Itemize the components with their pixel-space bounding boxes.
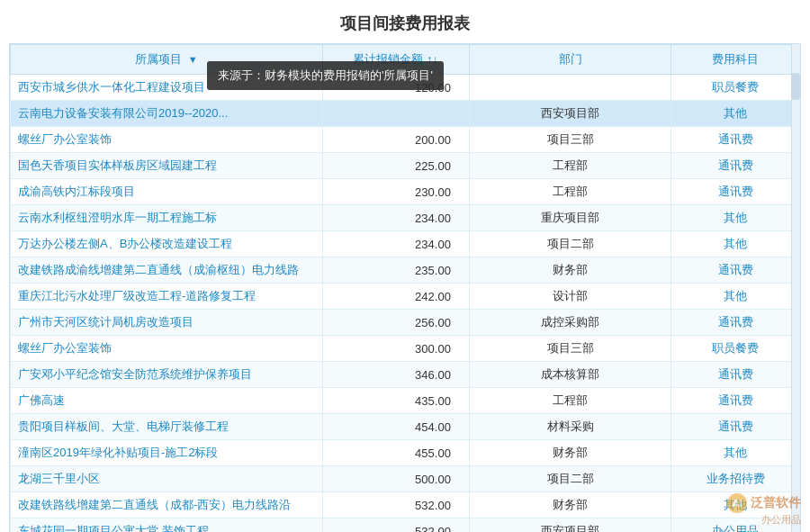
cell-category: 职员餐费	[671, 336, 800, 362]
cell-amount: 120.00	[322, 75, 469, 101]
cell-department: 重庆项目部	[469, 205, 670, 231]
cell-category: 通讯费	[671, 414, 800, 440]
cell-department: 工程部	[469, 179, 670, 205]
cell-department: 财务部	[469, 440, 670, 466]
cell-category: 通讯费	[671, 179, 800, 205]
cell-category: 业务招待费	[671, 466, 800, 492]
cell-category: 其他	[671, 205, 800, 231]
cell-department: 材料采购	[469, 414, 670, 440]
table-row: 广州市天河区统计局机房改造项目256.00成控采购部通讯费	[11, 310, 800, 336]
table-row: 改建铁路线增建第二直通线（成都-西安）电力线路沿532.00财务部其他	[11, 492, 800, 518]
table-row: 万达办公楼左侧A、B办公楼改造建设工程234.00项目二部其他	[11, 231, 800, 257]
table-row: 西安市城乡供水一体化工程建设项目120.00职员餐费	[11, 75, 800, 101]
cell-department: 工程部	[469, 153, 670, 179]
cell-project[interactable]: 潼南区2019年绿化补贴项目-施工2标段	[11, 440, 323, 466]
cell-category: 通讯费	[671, 310, 800, 336]
cell-project[interactable]: 云南电力设备安装有限公司2019--2020...	[11, 101, 323, 127]
cell-project[interactable]: 重庆江北污水处理厂级改造工程-道路修复工程	[11, 284, 323, 310]
cell-project[interactable]: 东城花园一期项目公寓大堂 装饰工程	[11, 518, 323, 533]
cell-category: 通讯费	[671, 127, 800, 153]
cell-department: 项目二部	[469, 231, 670, 257]
cell-amount: 234.00	[322, 205, 469, 231]
cell-project[interactable]: 西安市城乡供水一体化工程建设项目	[11, 75, 323, 101]
cell-department: 成控采购部	[469, 310, 670, 336]
cell-department: 财务部	[469, 257, 670, 284]
cell-department: 设计部	[469, 284, 670, 310]
cell-project[interactable]: 国色天香项目实体样板房区域园建工程	[11, 153, 323, 179]
scrollbar-track[interactable]	[791, 44, 800, 532]
cell-category: 其他	[671, 492, 800, 518]
cell-category: 职员餐费	[671, 75, 800, 101]
col-amount[interactable]: 累计报销金额 ↑↓	[322, 45, 469, 75]
cell-category: 通讯费	[671, 388, 800, 414]
cell-department: 项目三部	[469, 127, 670, 153]
cell-category: 办公用品	[671, 518, 800, 533]
cell-amount	[322, 101, 469, 127]
cell-amount: 225.00	[322, 153, 469, 179]
cell-project[interactable]: 广佛高速	[11, 388, 323, 414]
cell-category: 其他	[671, 231, 800, 257]
scrollbar-thumb[interactable]	[791, 73, 800, 100]
cell-amount: 230.00	[322, 179, 469, 205]
page-title: 项目间接费用报表	[0, 0, 810, 43]
cell-category: 其他	[671, 284, 800, 310]
col-category: 费用科目	[671, 45, 800, 75]
cell-department: 西安项目部	[469, 518, 670, 533]
table-row: 螺丝厂办公室装饰200.00项目三部通讯费	[11, 127, 800, 153]
cell-project[interactable]: 螺丝厂办公室装饰	[11, 336, 323, 362]
cell-category: 通讯费	[671, 153, 800, 179]
table-row: 贵阳项目样板间、大堂、电梯厅装修工程454.00材料采购通讯费	[11, 414, 800, 440]
cell-amount: 500.00	[322, 466, 469, 492]
cell-project[interactable]: 改建铁路线增建第二直通线（成都-西安）电力线路沿	[11, 492, 323, 518]
table-row: 云南电力设备安装有限公司2019--2020...西安项目部其他	[11, 101, 800, 127]
sort-icon-project: ▼	[188, 54, 198, 65]
report-table: 所属项目 ▼ 累计报销金额 ↑↓ 部门 费用科目 西安市城乡供水一体化工程建设项…	[10, 44, 800, 532]
cell-project[interactable]: 云南水利枢纽澄明水库一期工程施工标	[11, 205, 323, 231]
table-row: 广安邓小平纪念馆安全防范系统维护保养项目346.00成本核算部通讯费	[11, 362, 800, 388]
cell-amount: 300.00	[322, 336, 469, 362]
cell-project[interactable]: 改建铁路成渝线增建第二直通线（成渝枢纽）电力线路	[11, 257, 323, 284]
table-row: 国色天香项目实体样板房区域园建工程225.00工程部通讯费	[11, 153, 800, 179]
cell-category: 其他	[671, 440, 800, 466]
cell-category: 通讯费	[671, 362, 800, 388]
cell-project[interactable]: 广州市天河区统计局机房改造项目	[11, 310, 323, 336]
cell-department: 财务部	[469, 492, 670, 518]
cell-project[interactable]: 贵阳项目样板间、大堂、电梯厅装修工程	[11, 414, 323, 440]
table-header-row: 所属项目 ▼ 累计报销金额 ↑↓ 部门 费用科目	[11, 45, 800, 75]
table-body: 西安市城乡供水一体化工程建设项目120.00职员餐费云南电力设备安装有限公司20…	[11, 75, 800, 533]
cell-amount: 435.00	[322, 388, 469, 414]
table-container: 所属项目 ▼ 累计报销金额 ↑↓ 部门 费用科目 西安市城乡供水一体化工程建设项…	[9, 43, 801, 532]
cell-department: 成本核算部	[469, 362, 670, 388]
cell-department: 项目三部	[469, 336, 670, 362]
cell-department: 项目二部	[469, 466, 670, 492]
cell-project[interactable]: 螺丝厂办公室装饰	[11, 127, 323, 153]
cell-category: 通讯费	[671, 257, 800, 284]
cell-amount: 455.00	[322, 440, 469, 466]
cell-project[interactable]: 万达办公楼左侧A、B办公楼改造建设工程	[11, 231, 323, 257]
cell-department: 工程部	[469, 388, 670, 414]
cell-amount: 242.00	[322, 284, 469, 310]
table-row: 重庆江北污水处理厂级改造工程-道路修复工程242.00设计部其他	[11, 284, 800, 310]
table-row: 成渝高铁内江标段项目230.00工程部通讯费	[11, 179, 800, 205]
table-row: 螺丝厂办公室装饰300.00项目三部职员餐费	[11, 336, 800, 362]
table-row: 广佛高速435.00工程部通讯费	[11, 388, 800, 414]
cell-amount: 234.00	[322, 231, 469, 257]
table-row: 云南水利枢纽澄明水库一期工程施工标234.00重庆项目部其他	[11, 205, 800, 231]
table-row: 改建铁路成渝线增建第二直通线（成渝枢纽）电力线路235.00财务部通讯费	[11, 257, 800, 284]
cell-department	[469, 75, 670, 101]
cell-amount: 235.00	[322, 257, 469, 284]
cell-project[interactable]: 龙湖三千里小区	[11, 466, 323, 492]
cell-project[interactable]: 广安邓小平纪念馆安全防范系统维护保养项目	[11, 362, 323, 388]
col-project[interactable]: 所属项目 ▼	[11, 45, 323, 75]
cell-category: 其他	[671, 101, 800, 127]
cell-amount: 200.00	[322, 127, 469, 153]
cell-amount: 532.00	[322, 518, 469, 533]
table-row: 潼南区2019年绿化补贴项目-施工2标段455.00财务部其他	[11, 440, 800, 466]
cell-amount: 532.00	[322, 492, 469, 518]
table-row: 东城花园一期项目公寓大堂 装饰工程532.00西安项目部办公用品	[11, 518, 800, 533]
cell-department: 西安项目部	[469, 101, 670, 127]
cell-project[interactable]: 成渝高铁内江标段项目	[11, 179, 323, 205]
cell-amount: 346.00	[322, 362, 469, 388]
col-department: 部门	[469, 45, 670, 75]
cell-amount: 454.00	[322, 414, 469, 440]
